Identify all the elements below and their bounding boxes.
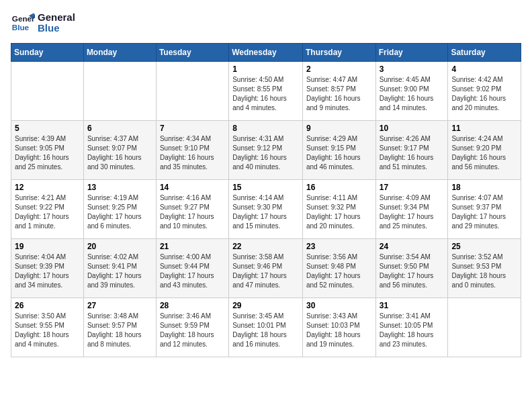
- calendar-cell: [83, 62, 156, 121]
- calendar-cell: 4Sunrise: 4:42 AMSunset: 9:02 PMDaylight…: [448, 62, 521, 121]
- day-number: 8: [232, 124, 299, 133]
- day-number: 24: [380, 242, 445, 251]
- day-number: 7: [160, 124, 225, 133]
- day-info: Sunrise: 3:48 AMSunset: 9:57 PMDaylight:…: [87, 312, 152, 349]
- logo: General Blue General Blue: [11, 11, 75, 35]
- day-number: 31: [380, 301, 445, 310]
- day-number: 12: [15, 183, 80, 192]
- calendar-cell: 18Sunrise: 4:07 AMSunset: 9:37 PMDayligh…: [448, 180, 521, 239]
- calendar-cell: 14Sunrise: 4:16 AMSunset: 9:27 PMDayligh…: [156, 180, 228, 239]
- day-info: Sunrise: 4:00 AMSunset: 9:44 PMDaylight:…: [160, 253, 225, 290]
- day-info: Sunrise: 4:34 AMSunset: 9:10 PMDaylight:…: [160, 134, 225, 172]
- day-number: 25: [451, 242, 517, 251]
- day-number: 20: [87, 242, 152, 251]
- day-number: 5: [15, 124, 80, 133]
- weekday-header-saturday: Saturday: [448, 44, 521, 62]
- day-info: Sunrise: 4:07 AMSunset: 9:37 PMDaylight:…: [451, 193, 517, 231]
- weekday-header-friday: Friday: [375, 44, 448, 62]
- day-info: Sunrise: 4:39 AMSunset: 9:05 PMDaylight:…: [15, 134, 80, 172]
- weekday-header-tuesday: Tuesday: [156, 44, 228, 62]
- day-info: Sunrise: 4:09 AMSunset: 9:34 PMDaylight:…: [380, 193, 445, 231]
- calendar-cell: [156, 62, 228, 121]
- day-info: Sunrise: 3:52 AMSunset: 9:53 PMDaylight:…: [451, 253, 517, 290]
- calendar-table: SundayMondayTuesdayWednesdayThursdayFrid…: [11, 43, 521, 357]
- calendar-cell: 17Sunrise: 4:09 AMSunset: 9:34 PMDayligh…: [375, 180, 448, 239]
- day-info: Sunrise: 4:16 AMSunset: 9:27 PMDaylight:…: [160, 193, 225, 231]
- calendar-cell: [448, 298, 521, 357]
- week-row-5: 26Sunrise: 3:50 AMSunset: 9:55 PMDayligh…: [11, 298, 521, 357]
- day-info: Sunrise: 4:37 AMSunset: 9:07 PMDaylight:…: [87, 134, 152, 172]
- day-info: Sunrise: 4:02 AMSunset: 9:41 PMDaylight:…: [87, 253, 152, 290]
- calendar-cell: 12Sunrise: 4:21 AMSunset: 9:22 PMDayligh…: [11, 180, 84, 239]
- day-info: Sunrise: 3:41 AMSunset: 10:05 PMDaylight…: [380, 312, 445, 349]
- day-number: 15: [232, 183, 299, 192]
- day-number: 19: [15, 242, 80, 251]
- day-number: 18: [451, 183, 517, 192]
- day-info: Sunrise: 4:45 AMSunset: 9:00 PMDaylight:…: [380, 75, 445, 113]
- calendar-cell: 29Sunrise: 3:45 AMSunset: 10:01 PMDaylig…: [229, 298, 303, 357]
- calendar-cell: 11Sunrise: 4:24 AMSunset: 9:20 PMDayligh…: [448, 121, 521, 180]
- week-row-3: 12Sunrise: 4:21 AMSunset: 9:22 PMDayligh…: [11, 180, 521, 239]
- svg-text:Blue: Blue: [12, 23, 30, 32]
- day-info: Sunrise: 3:50 AMSunset: 9:55 PMDaylight:…: [15, 312, 80, 349]
- day-number: 1: [232, 64, 299, 74]
- day-info: Sunrise: 4:04 AMSunset: 9:39 PMDaylight:…: [15, 253, 80, 290]
- logo-blue: Blue: [38, 23, 75, 34]
- calendar-cell: 8Sunrise: 4:31 AMSunset: 9:12 PMDaylight…: [229, 121, 303, 180]
- calendar-cell: [11, 62, 84, 121]
- day-number: 27: [87, 301, 152, 310]
- day-info: Sunrise: 4:31 AMSunset: 9:12 PMDaylight:…: [232, 134, 299, 172]
- calendar-cell: 16Sunrise: 4:11 AMSunset: 9:32 PMDayligh…: [302, 180, 375, 239]
- day-number: 14: [160, 183, 225, 192]
- day-number: 22: [232, 242, 299, 251]
- day-info: Sunrise: 3:56 AMSunset: 9:48 PMDaylight:…: [306, 253, 372, 290]
- day-number: 11: [451, 124, 517, 133]
- day-info: Sunrise: 4:11 AMSunset: 9:32 PMDaylight:…: [306, 193, 372, 231]
- calendar-cell: 1Sunrise: 4:50 AMSunset: 8:55 PMDaylight…: [229, 62, 303, 121]
- calendar-cell: 21Sunrise: 4:00 AMSunset: 9:44 PMDayligh…: [156, 239, 228, 298]
- day-info: Sunrise: 4:14 AMSunset: 9:30 PMDaylight:…: [232, 193, 299, 231]
- weekday-header-thursday: Thursday: [302, 44, 375, 62]
- day-info: Sunrise: 4:50 AMSunset: 8:55 PMDaylight:…: [232, 75, 299, 113]
- day-number: 29: [232, 301, 299, 310]
- weekday-header-monday: Monday: [83, 44, 156, 62]
- day-info: Sunrise: 4:19 AMSunset: 9:25 PMDaylight:…: [87, 193, 152, 231]
- day-info: Sunrise: 3:45 AMSunset: 10:01 PMDaylight…: [232, 312, 299, 349]
- calendar-cell: 27Sunrise: 3:48 AMSunset: 9:57 PMDayligh…: [83, 298, 156, 357]
- calendar-cell: 10Sunrise: 4:26 AMSunset: 9:17 PMDayligh…: [375, 121, 448, 180]
- calendar-cell: 30Sunrise: 3:43 AMSunset: 10:03 PMDaylig…: [302, 298, 375, 357]
- day-number: 28: [160, 301, 225, 310]
- week-row-4: 19Sunrise: 4:04 AMSunset: 9:39 PMDayligh…: [11, 239, 521, 298]
- day-number: 30: [306, 301, 372, 310]
- day-number: 4: [451, 64, 517, 74]
- weekday-header-sunday: Sunday: [11, 44, 84, 62]
- page-header: General Blue General Blue: [11, 11, 521, 35]
- day-info: Sunrise: 4:47 AMSunset: 8:57 PMDaylight:…: [306, 75, 372, 113]
- day-number: 3: [380, 64, 445, 74]
- calendar-cell: 19Sunrise: 4:04 AMSunset: 9:39 PMDayligh…: [11, 239, 84, 298]
- day-info: Sunrise: 3:58 AMSunset: 9:46 PMDaylight:…: [232, 253, 299, 290]
- day-info: Sunrise: 3:46 AMSunset: 9:59 PMDaylight:…: [160, 312, 225, 349]
- calendar-cell: 15Sunrise: 4:14 AMSunset: 9:30 PMDayligh…: [229, 180, 303, 239]
- logo-icon: General Blue: [11, 11, 35, 35]
- calendar-cell: 24Sunrise: 3:54 AMSunset: 9:50 PMDayligh…: [375, 239, 448, 298]
- calendar-cell: 6Sunrise: 4:37 AMSunset: 9:07 PMDaylight…: [83, 121, 156, 180]
- day-number: 9: [306, 124, 372, 133]
- week-row-1: 1Sunrise: 4:50 AMSunset: 8:55 PMDaylight…: [11, 62, 521, 121]
- day-number: 16: [306, 183, 372, 192]
- day-number: 23: [306, 242, 372, 251]
- weekday-header-row: SundayMondayTuesdayWednesdayThursdayFrid…: [11, 44, 521, 62]
- day-info: Sunrise: 3:54 AMSunset: 9:50 PMDaylight:…: [380, 253, 445, 290]
- day-info: Sunrise: 4:29 AMSunset: 9:15 PMDaylight:…: [306, 134, 372, 172]
- day-number: 17: [380, 183, 445, 192]
- day-number: 2: [306, 64, 372, 74]
- week-row-2: 5Sunrise: 4:39 AMSunset: 9:05 PMDaylight…: [11, 121, 521, 180]
- calendar-cell: 7Sunrise: 4:34 AMSunset: 9:10 PMDaylight…: [156, 121, 228, 180]
- calendar-cell: 25Sunrise: 3:52 AMSunset: 9:53 PMDayligh…: [448, 239, 521, 298]
- day-info: Sunrise: 4:42 AMSunset: 9:02 PMDaylight:…: [451, 75, 517, 113]
- day-number: 13: [87, 183, 152, 192]
- day-number: 26: [15, 301, 80, 310]
- day-number: 10: [380, 124, 445, 133]
- calendar-cell: 3Sunrise: 4:45 AMSunset: 9:00 PMDaylight…: [375, 62, 448, 121]
- calendar-cell: 20Sunrise: 4:02 AMSunset: 9:41 PMDayligh…: [83, 239, 156, 298]
